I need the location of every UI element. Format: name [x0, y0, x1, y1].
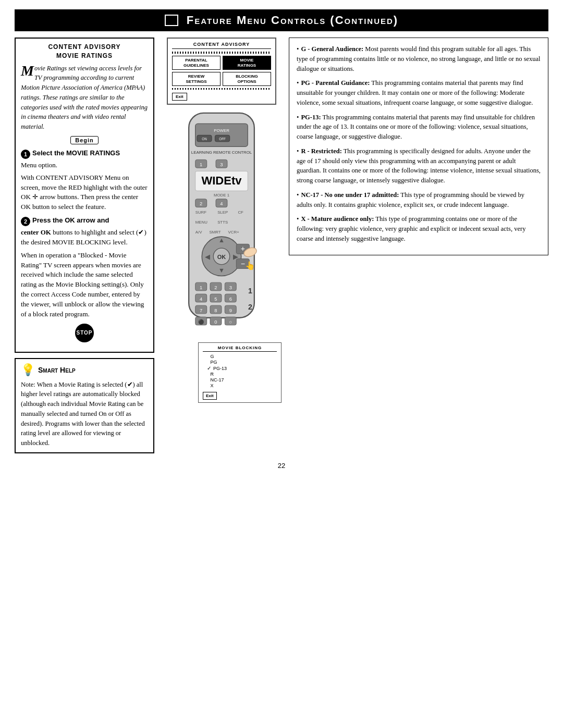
rating-x: •X - Mature audience only: This type of … — [297, 214, 541, 243]
svg-text:MENU: MENU — [195, 220, 207, 225]
advisory-header: Content Advisory Movie Ratings — [21, 43, 148, 60]
step2-label: 2 Press the OK arrow and — [21, 216, 148, 226]
screen1-btn-parental[interactable]: PARENTALGUIDELINES — [172, 56, 221, 70]
check-placeholder-x — [207, 383, 209, 388]
blocking-item-pg13: ✓ PG-13 — [207, 365, 277, 371]
corner-box-icon — [165, 15, 178, 26]
svg-text:0: 0 — [214, 319, 217, 325]
svg-text:VCR+: VCR+ — [228, 230, 240, 235]
smart-help-header: 💡 Smart Help — [21, 363, 148, 377]
svg-text:1: 1 — [248, 287, 252, 295]
svg-text:2: 2 — [214, 285, 217, 290]
blocking-screen-row: Movie Blocking G PG ✓ PG-13 — [162, 342, 282, 403]
blocking-item-g: G — [207, 354, 277, 359]
screen1-btn-review[interactable]: REVIEWSETTINGS — [172, 72, 221, 86]
rating-pg13: •PG-13: This programming contains materi… — [297, 113, 541, 142]
movie-blocking-screen: Movie Blocking G PG ✓ PG-13 — [198, 342, 282, 403]
svg-text:ON: ON — [202, 137, 207, 141]
advisory-body-text: ovie Ratings set viewing access levels f… — [21, 65, 148, 131]
svg-text:STTS: STTS — [217, 220, 228, 225]
screen1-btn-blocking[interactable]: BLOCKINGOPTIONS — [223, 72, 271, 86]
left-column: Content Advisory Movie Ratings Movie Rat… — [15, 38, 154, 453]
svg-text:1: 1 — [200, 162, 202, 167]
rating-nc17: •NC-17 - No one under 17 admitted: This … — [297, 190, 541, 210]
advisory-header-line1: Content Advisory — [21, 43, 148, 52]
blocking-screen-title: Movie Blocking — [203, 346, 277, 352]
remote-container: POWER ON OFF LEARNING REMOTE CONTROL 1 3… — [167, 109, 276, 338]
svg-text:2: 2 — [200, 201, 202, 207]
svg-text:A/V: A/V — [195, 230, 202, 235]
step1-block: Begin 1 Select the MOVIE RATINGS Menu op… — [21, 136, 148, 212]
check-placeholder-nc17 — [207, 377, 209, 382]
step1-detail: With CONTENT ADVISORY Menu on screen, mo… — [21, 173, 148, 212]
svg-text:8: 8 — [214, 307, 217, 313]
step1-label: 1 Select the MOVIE RATINGS — [21, 149, 148, 159]
smart-help-body: Note: When a Movie Rating is selected (✔… — [21, 380, 148, 448]
blocking-item-pg: PG — [207, 360, 277, 365]
blocking-item-nc17: NC-17 — [207, 377, 277, 382]
svg-text:4: 4 — [220, 201, 223, 207]
ratings-list: •G - General Audience: Most parents woul… — [297, 44, 541, 244]
svg-text:SLEP: SLEP — [217, 211, 228, 215]
step2-number: 2 — [21, 217, 30, 226]
svg-text:4: 4 — [200, 296, 202, 302]
right-column: •G - General Audience: Most parents woul… — [289, 38, 548, 255]
page-title: Feature Menu Controls (Continued) — [187, 14, 398, 27]
step2-extra: When in operation a "Blocked - Movie Rat… — [21, 251, 148, 319]
step2-block: 2 Press the OK arrow and center OK butto… — [21, 216, 148, 319]
svg-text:▼: ▼ — [218, 267, 225, 275]
svg-text:WIDEtv: WIDEtv — [202, 174, 242, 187]
svg-text:3: 3 — [229, 285, 232, 290]
svg-text:▲: ▲ — [218, 237, 225, 244]
svg-text:−: − — [241, 260, 245, 268]
svg-text:⚫: ⚫ — [198, 319, 204, 325]
page-number: 22 — [15, 462, 548, 470]
advisory-header-line2: Movie Ratings — [21, 52, 148, 60]
middle-column: Content Advisory PARENTALGUIDELINES MOVI… — [162, 38, 282, 403]
drop-cap: M — [21, 65, 34, 77]
content-advisory-box: Content Advisory Movie Ratings Movie Rat… — [15, 38, 154, 353]
svg-text:MODE 1: MODE 1 — [214, 193, 229, 198]
svg-text:7: 7 — [200, 307, 202, 313]
svg-text:1: 1 — [200, 285, 202, 290]
blocking-exit-btn[interactable]: Exit — [203, 392, 217, 400]
smart-help-box: 💡 Smart Help Note: When a Movie Rating i… — [15, 358, 154, 453]
svg-text:SMRT: SMRT — [209, 230, 221, 235]
stop-badge: STOP — [21, 324, 148, 342]
svg-text:LEARNING REMOTE CONTROL: LEARNING REMOTE CONTROL — [191, 151, 252, 155]
check-placeholder-g — [207, 354, 209, 359]
page-header: Feature Menu Controls (Continued) — [15, 9, 548, 31]
screen1-exit-btn[interactable]: Exit — [172, 93, 187, 101]
svg-text:9: 9 — [229, 307, 232, 313]
step2-title: Press the OK arrow and — [32, 216, 109, 224]
svg-text:OFF: OFF — [219, 137, 226, 141]
rating-pg: •PG - Parental Guidance: This programmin… — [297, 78, 541, 107]
svg-text:SURF: SURF — [195, 211, 207, 215]
rating-r: •R - Restricted: This programming is spe… — [297, 146, 541, 186]
blocking-item-r: R — [207, 372, 277, 377]
blocking-item-x: X — [207, 383, 277, 388]
stop-icon: STOP — [75, 324, 94, 342]
svg-text:3: 3 — [220, 162, 223, 167]
svg-text:○: ○ — [229, 319, 232, 325]
advisory-body: Movie Ratings set viewing access levels … — [21, 64, 148, 132]
begin-badge: Begin — [70, 136, 99, 144]
svg-text:CF: CF — [238, 211, 243, 215]
screen1-title: Content Advisory — [172, 42, 271, 49]
svg-text:5: 5 — [214, 296, 217, 302]
remote-svg: POWER ON OFF LEARNING REMOTE CONTROL 1 3… — [169, 109, 274, 338]
rating-g: •G - General Audience: Most parents woul… — [297, 44, 541, 73]
step1-sub: Menu option. — [21, 161, 148, 170]
check-placeholder-r — [207, 372, 209, 377]
svg-text:POWER: POWER — [214, 128, 229, 133]
check-placeholder-pg — [207, 360, 209, 365]
screen1-buttons: PARENTALGUIDELINES MOVIERATINGS REVIEWSE… — [172, 56, 271, 86]
svg-text:◀: ◀ — [205, 253, 210, 261]
lightbulb-icon: 💡 — [21, 363, 35, 377]
screen1-btn-movie[interactable]: MOVIERATINGS — [223, 56, 271, 70]
svg-text:👆: 👆 — [245, 261, 255, 271]
step1-number: 1 — [21, 150, 30, 159]
svg-text:6: 6 — [229, 296, 232, 302]
main-layout: Content Advisory Movie Ratings Movie Rat… — [15, 38, 548, 453]
blocking-items-list: G PG ✓ PG-13 R — [203, 354, 277, 388]
